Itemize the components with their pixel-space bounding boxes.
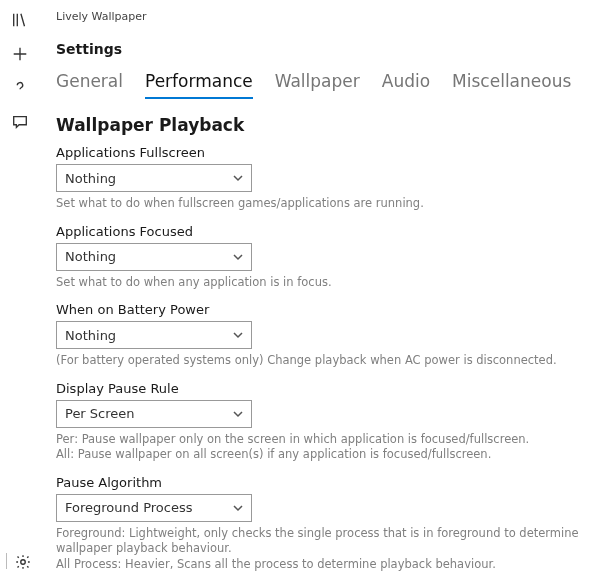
setting-pause-rule: Display Pause Rule Per Screen Per: Pause… [56, 381, 586, 463]
chevron-down-icon [233, 252, 243, 262]
setting-label: Pause Algorithm [56, 475, 586, 490]
setting-label: Display Pause Rule [56, 381, 586, 396]
page-heading: Settings [56, 41, 586, 57]
setting-label: When on Battery Power [56, 302, 586, 317]
pause-algo-select[interactable]: Foreground Process [56, 494, 252, 522]
svg-point-0 [20, 560, 25, 565]
chevron-down-icon [233, 330, 243, 340]
setting-battery: When on Battery Power Nothing (For batte… [56, 302, 586, 369]
help-icon[interactable] [10, 78, 30, 98]
chevron-down-icon [233, 503, 243, 513]
chevron-down-icon [233, 173, 243, 183]
select-value: Per Screen [65, 406, 135, 421]
select-value: Nothing [65, 171, 116, 186]
setting-label: Applications Focused [56, 224, 586, 239]
setting-focused: Applications Focused Nothing Set what to… [56, 224, 586, 291]
focused-select[interactable]: Nothing [56, 243, 252, 271]
section-title: Wallpaper Playback [56, 115, 586, 135]
setting-hint: Set what to do when any application is i… [56, 275, 586, 291]
setting-hint: Foreground: Lightweight, only checks the… [56, 526, 586, 572]
chevron-down-icon [233, 409, 243, 419]
tab-general[interactable]: General [56, 71, 123, 99]
add-icon[interactable] [10, 44, 30, 64]
main-content: Lively Wallpaper Settings General Perfor… [40, 0, 600, 572]
fullscreen-select[interactable]: Nothing [56, 164, 252, 192]
select-value: Nothing [65, 328, 116, 343]
tab-wallpaper[interactable]: Wallpaper [275, 71, 360, 99]
setting-label: Applications Fullscreen [56, 145, 586, 160]
setting-hint: Set what to do when fullscreen games/app… [56, 196, 586, 212]
app-title: Lively Wallpaper [56, 10, 586, 23]
setting-fullscreen: Applications Fullscreen Nothing Set what… [56, 145, 586, 212]
gear-icon[interactable] [13, 552, 33, 572]
library-icon[interactable] [10, 10, 30, 30]
nav-sidebar [0, 0, 40, 572]
tab-audio[interactable]: Audio [382, 71, 430, 99]
tabs-row: General Performance Wallpaper Audio Misc… [56, 71, 586, 99]
tab-performance[interactable]: Performance [145, 71, 253, 99]
setting-hint: (For battery operated systems only) Chan… [56, 353, 586, 369]
select-value: Nothing [65, 249, 116, 264]
feedback-icon[interactable] [10, 112, 30, 132]
pause-rule-select[interactable]: Per Screen [56, 400, 252, 428]
battery-select[interactable]: Nothing [56, 321, 252, 349]
select-value: Foreground Process [65, 500, 192, 515]
tab-miscellaneous[interactable]: Miscellaneous [452, 71, 571, 99]
setting-hint: Per: Pause wallpaper only on the screen … [56, 432, 586, 463]
divider [6, 553, 7, 569]
setting-pause-algo: Pause Algorithm Foreground Process Foreg… [56, 475, 586, 572]
